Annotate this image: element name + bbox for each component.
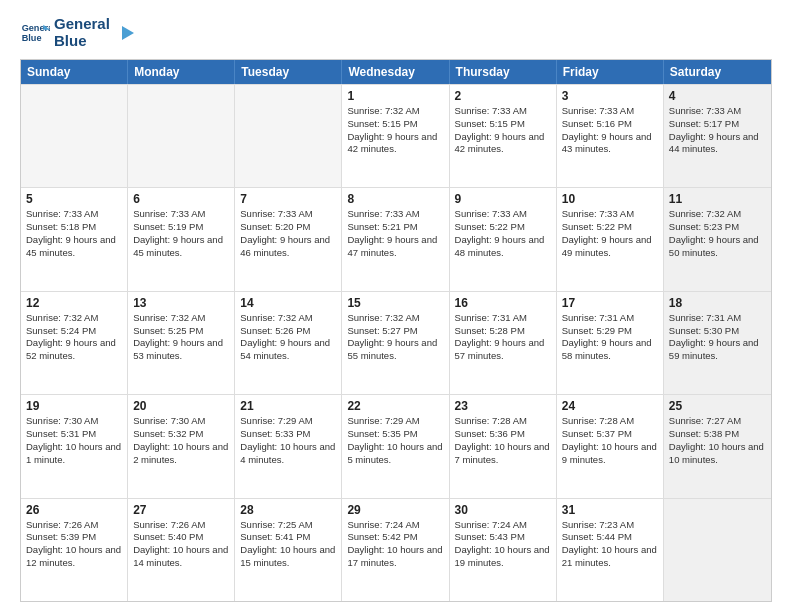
day-cell-6: 6Sunrise: 7:33 AM Sunset: 5:19 PM Daylig… bbox=[128, 188, 235, 290]
day-info: Sunrise: 7:23 AM Sunset: 5:44 PM Dayligh… bbox=[562, 519, 658, 570]
day-cell-23: 23Sunrise: 7:28 AM Sunset: 5:36 PM Dayli… bbox=[450, 395, 557, 497]
calendar: SundayMondayTuesdayWednesdayThursdayFrid… bbox=[20, 59, 772, 602]
logo-text: General bbox=[54, 16, 110, 33]
day-cell-1: 1Sunrise: 7:32 AM Sunset: 5:15 PM Daylig… bbox=[342, 85, 449, 187]
day-number: 29 bbox=[347, 503, 443, 517]
logo-subtext: Blue bbox=[54, 33, 110, 50]
empty-cell-4-6 bbox=[664, 499, 771, 601]
day-number: 18 bbox=[669, 296, 766, 310]
day-number: 21 bbox=[240, 399, 336, 413]
day-cell-18: 18Sunrise: 7:31 AM Sunset: 5:30 PM Dayli… bbox=[664, 292, 771, 394]
day-number: 13 bbox=[133, 296, 229, 310]
day-cell-15: 15Sunrise: 7:32 AM Sunset: 5:27 PM Dayli… bbox=[342, 292, 449, 394]
day-number: 20 bbox=[133, 399, 229, 413]
day-cell-17: 17Sunrise: 7:31 AM Sunset: 5:29 PM Dayli… bbox=[557, 292, 664, 394]
day-number: 11 bbox=[669, 192, 766, 206]
day-cell-16: 16Sunrise: 7:31 AM Sunset: 5:28 PM Dayli… bbox=[450, 292, 557, 394]
calendar-row-1: 1Sunrise: 7:32 AM Sunset: 5:15 PM Daylig… bbox=[21, 84, 771, 187]
day-number: 27 bbox=[133, 503, 229, 517]
day-info: Sunrise: 7:31 AM Sunset: 5:28 PM Dayligh… bbox=[455, 312, 551, 363]
day-number: 10 bbox=[562, 192, 658, 206]
header-day-monday: Monday bbox=[128, 60, 235, 84]
logo: General Blue General Blue bbox=[20, 16, 136, 49]
day-number: 15 bbox=[347, 296, 443, 310]
day-info: Sunrise: 7:26 AM Sunset: 5:40 PM Dayligh… bbox=[133, 519, 229, 570]
day-cell-31: 31Sunrise: 7:23 AM Sunset: 5:44 PM Dayli… bbox=[557, 499, 664, 601]
day-cell-14: 14Sunrise: 7:32 AM Sunset: 5:26 PM Dayli… bbox=[235, 292, 342, 394]
page-header: General Blue General Blue bbox=[20, 16, 772, 49]
header-day-tuesday: Tuesday bbox=[235, 60, 342, 84]
calendar-row-2: 5Sunrise: 7:33 AM Sunset: 5:18 PM Daylig… bbox=[21, 187, 771, 290]
day-number: 6 bbox=[133, 192, 229, 206]
empty-cell-0-1 bbox=[128, 85, 235, 187]
day-number: 26 bbox=[26, 503, 122, 517]
day-cell-9: 9Sunrise: 7:33 AM Sunset: 5:22 PM Daylig… bbox=[450, 188, 557, 290]
day-number: 9 bbox=[455, 192, 551, 206]
day-cell-7: 7Sunrise: 7:33 AM Sunset: 5:20 PM Daylig… bbox=[235, 188, 342, 290]
day-info: Sunrise: 7:30 AM Sunset: 5:32 PM Dayligh… bbox=[133, 415, 229, 466]
day-cell-13: 13Sunrise: 7:32 AM Sunset: 5:25 PM Dayli… bbox=[128, 292, 235, 394]
day-info: Sunrise: 7:33 AM Sunset: 5:16 PM Dayligh… bbox=[562, 105, 658, 156]
day-info: Sunrise: 7:30 AM Sunset: 5:31 PM Dayligh… bbox=[26, 415, 122, 466]
day-info: Sunrise: 7:33 AM Sunset: 5:19 PM Dayligh… bbox=[133, 208, 229, 259]
calendar-row-4: 19Sunrise: 7:30 AM Sunset: 5:31 PM Dayli… bbox=[21, 394, 771, 497]
day-info: Sunrise: 7:33 AM Sunset: 5:21 PM Dayligh… bbox=[347, 208, 443, 259]
header-day-thursday: Thursday bbox=[450, 60, 557, 84]
day-info: Sunrise: 7:33 AM Sunset: 5:20 PM Dayligh… bbox=[240, 208, 336, 259]
day-cell-12: 12Sunrise: 7:32 AM Sunset: 5:24 PM Dayli… bbox=[21, 292, 128, 394]
day-info: Sunrise: 7:32 AM Sunset: 5:27 PM Dayligh… bbox=[347, 312, 443, 363]
logo-icon: General Blue bbox=[20, 18, 50, 48]
day-info: Sunrise: 7:29 AM Sunset: 5:33 PM Dayligh… bbox=[240, 415, 336, 466]
day-info: Sunrise: 7:32 AM Sunset: 5:24 PM Dayligh… bbox=[26, 312, 122, 363]
header-day-friday: Friday bbox=[557, 60, 664, 84]
day-info: Sunrise: 7:32 AM Sunset: 5:26 PM Dayligh… bbox=[240, 312, 336, 363]
day-info: Sunrise: 7:24 AM Sunset: 5:42 PM Dayligh… bbox=[347, 519, 443, 570]
day-number: 30 bbox=[455, 503, 551, 517]
day-cell-20: 20Sunrise: 7:30 AM Sunset: 5:32 PM Dayli… bbox=[128, 395, 235, 497]
day-info: Sunrise: 7:33 AM Sunset: 5:22 PM Dayligh… bbox=[455, 208, 551, 259]
calendar-body: 1Sunrise: 7:32 AM Sunset: 5:15 PM Daylig… bbox=[21, 84, 771, 601]
header-day-saturday: Saturday bbox=[664, 60, 771, 84]
day-cell-5: 5Sunrise: 7:33 AM Sunset: 5:18 PM Daylig… bbox=[21, 188, 128, 290]
empty-cell-0-2 bbox=[235, 85, 342, 187]
day-cell-28: 28Sunrise: 7:25 AM Sunset: 5:41 PM Dayli… bbox=[235, 499, 342, 601]
calendar-row-3: 12Sunrise: 7:32 AM Sunset: 5:24 PM Dayli… bbox=[21, 291, 771, 394]
day-number: 3 bbox=[562, 89, 658, 103]
day-info: Sunrise: 7:26 AM Sunset: 5:39 PM Dayligh… bbox=[26, 519, 122, 570]
arrow-icon bbox=[114, 22, 136, 44]
day-cell-21: 21Sunrise: 7:29 AM Sunset: 5:33 PM Dayli… bbox=[235, 395, 342, 497]
day-cell-29: 29Sunrise: 7:24 AM Sunset: 5:42 PM Dayli… bbox=[342, 499, 449, 601]
day-number: 8 bbox=[347, 192, 443, 206]
day-number: 14 bbox=[240, 296, 336, 310]
day-number: 17 bbox=[562, 296, 658, 310]
day-info: Sunrise: 7:31 AM Sunset: 5:29 PM Dayligh… bbox=[562, 312, 658, 363]
day-cell-10: 10Sunrise: 7:33 AM Sunset: 5:22 PM Dayli… bbox=[557, 188, 664, 290]
day-info: Sunrise: 7:33 AM Sunset: 5:17 PM Dayligh… bbox=[669, 105, 766, 156]
day-info: Sunrise: 7:33 AM Sunset: 5:18 PM Dayligh… bbox=[26, 208, 122, 259]
header-day-sunday: Sunday bbox=[21, 60, 128, 84]
day-number: 16 bbox=[455, 296, 551, 310]
day-number: 5 bbox=[26, 192, 122, 206]
day-cell-8: 8Sunrise: 7:33 AM Sunset: 5:21 PM Daylig… bbox=[342, 188, 449, 290]
day-number: 19 bbox=[26, 399, 122, 413]
day-cell-3: 3Sunrise: 7:33 AM Sunset: 5:16 PM Daylig… bbox=[557, 85, 664, 187]
svg-text:Blue: Blue bbox=[22, 33, 42, 43]
calendar-row-5: 26Sunrise: 7:26 AM Sunset: 5:39 PM Dayli… bbox=[21, 498, 771, 601]
day-cell-2: 2Sunrise: 7:33 AM Sunset: 5:15 PM Daylig… bbox=[450, 85, 557, 187]
day-number: 23 bbox=[455, 399, 551, 413]
day-info: Sunrise: 7:31 AM Sunset: 5:30 PM Dayligh… bbox=[669, 312, 766, 363]
empty-cell-0-0 bbox=[21, 85, 128, 187]
day-cell-11: 11Sunrise: 7:32 AM Sunset: 5:23 PM Dayli… bbox=[664, 188, 771, 290]
day-info: Sunrise: 7:28 AM Sunset: 5:36 PM Dayligh… bbox=[455, 415, 551, 466]
day-number: 31 bbox=[562, 503, 658, 517]
day-info: Sunrise: 7:29 AM Sunset: 5:35 PM Dayligh… bbox=[347, 415, 443, 466]
day-info: Sunrise: 7:33 AM Sunset: 5:15 PM Dayligh… bbox=[455, 105, 551, 156]
day-number: 28 bbox=[240, 503, 336, 517]
day-info: Sunrise: 7:33 AM Sunset: 5:22 PM Dayligh… bbox=[562, 208, 658, 259]
day-cell-26: 26Sunrise: 7:26 AM Sunset: 5:39 PM Dayli… bbox=[21, 499, 128, 601]
day-info: Sunrise: 7:32 AM Sunset: 5:15 PM Dayligh… bbox=[347, 105, 443, 156]
day-info: Sunrise: 7:24 AM Sunset: 5:43 PM Dayligh… bbox=[455, 519, 551, 570]
day-number: 24 bbox=[562, 399, 658, 413]
day-info: Sunrise: 7:28 AM Sunset: 5:37 PM Dayligh… bbox=[562, 415, 658, 466]
svg-marker-4 bbox=[122, 26, 134, 40]
